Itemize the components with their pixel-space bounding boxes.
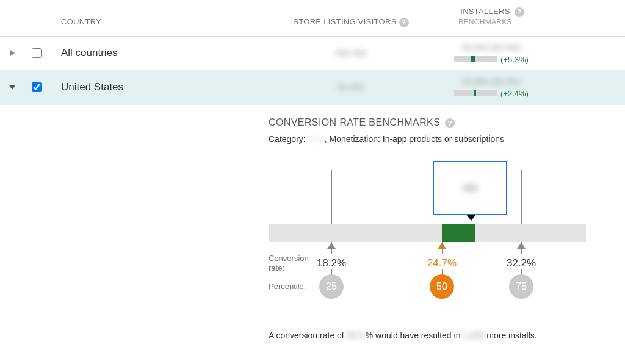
benchmark-mini-bar bbox=[454, 90, 497, 96]
rate-p75: 32.2% bbox=[507, 257, 536, 269]
benchmarks-title: CONVERSION RATE BENCHMARKS ? bbox=[269, 117, 598, 128]
percentile-label: Percentile: bbox=[269, 282, 322, 291]
tick-line bbox=[521, 170, 522, 224]
visitors-value: 000 000 bbox=[336, 48, 367, 58]
table-row[interactable]: United States00,00000,000 (00.0%)(+2.4%) bbox=[0, 71, 625, 105]
monetization-value: In-app products or subscriptions bbox=[383, 134, 504, 144]
percentile-badge-50: 50 bbox=[430, 274, 454, 299]
benchmarks-section: CONVERSION RATE BENCHMARKS ? Category: -… bbox=[0, 105, 598, 352]
category-value: ----- bbox=[308, 134, 322, 144]
tick-line bbox=[442, 242, 443, 254]
installers-cell: 00,000 (00.0%)(+5.3%) bbox=[421, 43, 562, 64]
benchmark-meta: Category: ----- , Monetization: In-app p… bbox=[269, 134, 598, 144]
footer-blur-2: 1,000 bbox=[463, 330, 484, 340]
rate-p50: 24.7% bbox=[427, 257, 457, 269]
chevron-right-icon[interactable] bbox=[0, 50, 24, 56]
country-name: United States bbox=[61, 81, 123, 93]
checkbox-input[interactable] bbox=[32, 48, 42, 58]
monetization-label: , Monetization: bbox=[325, 134, 380, 144]
installers-cell: 00,000 (00.0%)(+2.4%) bbox=[421, 77, 562, 98]
help-icon[interactable]: ? bbox=[515, 7, 524, 17]
benchmark-tooltip[interactable]: ●● bbox=[433, 161, 507, 215]
benchmark-track bbox=[269, 224, 586, 242]
installers-header-label: INSTALLERS bbox=[458, 6, 512, 17]
help-icon[interactable]: ? bbox=[399, 18, 409, 27]
benchmark-mini-bar-fill bbox=[471, 56, 475, 62]
conversion-rate-label: Conversion rate: bbox=[269, 254, 322, 273]
footer-text-c: more installs. bbox=[486, 330, 536, 340]
installers-header: INSTALLERS BENCHMARKS ? bbox=[421, 6, 562, 27]
visitors-value: 00,000 bbox=[338, 82, 364, 92]
marker-pointer-icon bbox=[466, 215, 476, 221]
benchmark-mini-bar-fill bbox=[474, 90, 476, 96]
row-checkbox bbox=[24, 48, 49, 58]
footer-blur-1: 30.0 bbox=[347, 330, 363, 340]
tick-line bbox=[471, 170, 471, 224]
row-checkbox bbox=[24, 82, 49, 92]
visitors-header: STORE LISTING VISITORS ? bbox=[281, 16, 421, 27]
country-cell: All countries bbox=[49, 47, 281, 59]
benchmark-mini-bar-row: (+5.3%) bbox=[454, 55, 529, 64]
benchmark-mini-bar bbox=[454, 56, 497, 62]
category-label: Category: bbox=[269, 134, 306, 144]
benchmark-chart: ●● Conversion rate: 18.2% 24.7% 32.2% Pe… bbox=[269, 161, 586, 319]
tick-line bbox=[521, 242, 522, 254]
table-row[interactable]: All countries000 00000,000 (00.0%)(+5.3%… bbox=[0, 37, 625, 71]
checkbox-input[interactable] bbox=[32, 82, 42, 92]
rate-p25: 18.2% bbox=[317, 257, 346, 269]
country-header: COUNTRY bbox=[49, 16, 281, 27]
country-header-label: COUNTRY bbox=[61, 17, 101, 26]
benchmarks-header-label: BENCHMARKS bbox=[458, 17, 512, 27]
installers-value: 00,000 (00.0%) bbox=[462, 77, 521, 87]
visitors-cell: 000 000 bbox=[281, 48, 421, 58]
benchmark-delta: (+2.4%) bbox=[500, 89, 529, 98]
country-name: All countries bbox=[61, 47, 118, 59]
percentile-row: Percentile: 25 50 75 bbox=[269, 282, 586, 291]
table-header: COUNTRY STORE LISTING VISITORS ? INSTALL… bbox=[0, 0, 625, 37]
tooltip-content: ●● bbox=[463, 180, 477, 194]
tick-line bbox=[331, 242, 332, 254]
chevron-down-icon[interactable] bbox=[0, 84, 24, 90]
benchmarks-title-label: CONVERSION RATE BENCHMARKS bbox=[269, 117, 440, 128]
footer-text-b: % would have resulted in bbox=[366, 330, 463, 340]
installers-value: 00,000 (00.0%) bbox=[462, 43, 521, 52]
percentile-badge-75: 75 bbox=[509, 274, 533, 299]
footer-text-a: A conversion rate of bbox=[269, 330, 347, 340]
percentile-badge-25: 25 bbox=[319, 274, 344, 299]
conversion-rate-row: Conversion rate: 18.2% 24.7% 32.2% bbox=[269, 254, 586, 273]
country-cell: United States bbox=[49, 81, 281, 93]
benchmark-mini-bar-row: (+2.4%) bbox=[454, 89, 529, 98]
benchmark-delta: (+5.3%) bbox=[500, 55, 529, 64]
visitors-header-label: STORE LISTING VISITORS bbox=[293, 16, 396, 27]
visitors-cell: 00,000 bbox=[281, 82, 421, 92]
help-icon[interactable]: ? bbox=[445, 118, 455, 128]
benchmark-footer: A conversion rate of 30.0 % would have r… bbox=[269, 330, 598, 340]
tick-line bbox=[331, 170, 332, 224]
benchmark-track-fill bbox=[442, 224, 475, 242]
